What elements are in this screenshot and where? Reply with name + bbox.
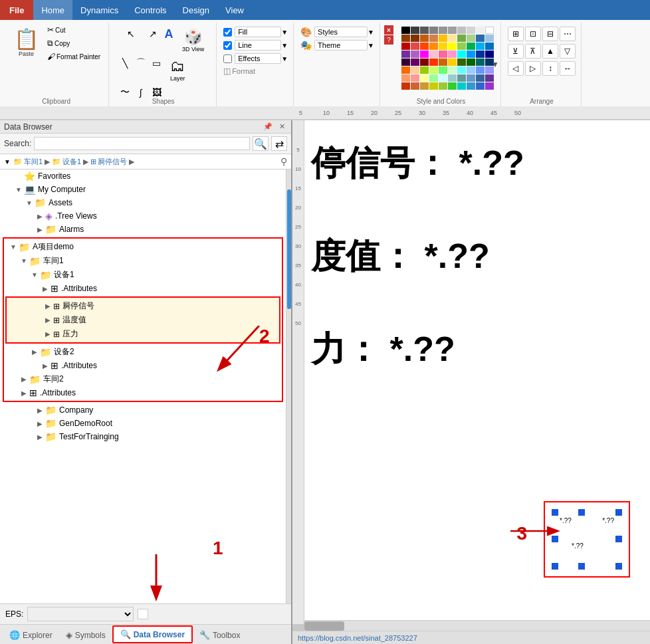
color-cell[interactable]	[448, 27, 457, 34]
arrange-btn-11[interactable]: ↕	[542, 61, 558, 76]
color-cell[interactable]	[439, 35, 447, 42]
search-button[interactable]: 🔍	[253, 136, 269, 151]
breadcrumb-item-1[interactable]: 📁 车间1	[13, 157, 43, 167]
color-cell[interactable]	[457, 43, 466, 50]
arrange-btn-5[interactable]: ⊻	[508, 44, 524, 58]
color-cell[interactable]	[476, 35, 485, 42]
arrange-btn-8[interactable]: ▽	[560, 44, 576, 58]
color-cell[interactable]	[476, 82, 485, 90]
temperature-node[interactable]: ▶ ⊞ 温度值	[8, 313, 278, 327]
color-cell[interactable]	[476, 58, 485, 66]
panel-pin-button[interactable]: 📌	[261, 122, 274, 132]
arc-tool[interactable]: ⌒	[134, 56, 148, 70]
color-cell[interactable]	[485, 51, 494, 58]
line-button[interactable]: Line	[235, 40, 281, 51]
color-cell[interactable]	[429, 74, 438, 82]
color-cell[interactable]	[429, 35, 438, 42]
text-tool[interactable]: A	[162, 27, 176, 41]
a-project-node[interactable]: ▼ 📁 A项目demo	[5, 240, 280, 254]
favorites-node[interactable]: ⭐ Favorites	[0, 169, 286, 183]
color-cell[interactable]	[420, 43, 429, 50]
color-cell[interactable]	[448, 35, 457, 42]
arrange-btn-9[interactable]: ◁	[508, 61, 524, 76]
color-cell[interactable]	[448, 58, 457, 66]
color-cell[interactable]	[485, 74, 494, 82]
color-cell[interactable]	[467, 66, 475, 74]
color-cell[interactable]	[429, 27, 438, 34]
search-input[interactable]	[34, 137, 250, 150]
test-training-node[interactable]: ▶ 📁 TestForTrainging	[0, 430, 286, 443]
color-cell[interactable]	[439, 82, 447, 90]
scrollbar-v[interactable]	[286, 169, 291, 603]
color-cell[interactable]	[420, 58, 429, 66]
pressure-node[interactable]: ▶ ⊞ 压力	[8, 327, 278, 341]
my-computer-node[interactable]: ▼ 💻 My Computer	[0, 183, 286, 196]
color-cell[interactable]	[429, 51, 438, 58]
copy-button[interactable]: ⧉Copy	[45, 37, 103, 49]
color-cell[interactable]	[476, 43, 485, 50]
arrange-btn-10[interactable]: ▷	[525, 61, 541, 76]
color-cell[interactable]	[420, 74, 429, 82]
color-cell[interactable]	[411, 27, 419, 34]
theme-button[interactable]: Theme	[314, 40, 368, 51]
color-cell[interactable]	[448, 43, 457, 50]
design-menu[interactable]: Design	[175, 0, 217, 20]
arrange-btn-7[interactable]: ▲	[542, 44, 558, 58]
search-switch-button[interactable]: ⇄	[271, 136, 287, 151]
styles-button[interactable]: Styles	[314, 27, 368, 37]
color-cell[interactable]	[476, 66, 485, 74]
color-cell[interactable]	[420, 27, 429, 34]
tab-symbols[interactable]: ◈ Symbols	[59, 626, 112, 643]
color-cell[interactable]	[476, 51, 485, 58]
line-shape-tool[interactable]: ╲	[118, 56, 132, 70]
color-cell[interactable]	[439, 74, 447, 82]
color-cell[interactable]	[457, 58, 466, 66]
color-cell[interactable]	[467, 35, 475, 42]
workshop1-node[interactable]: ▼ 📁 车间1	[5, 254, 280, 268]
color-cell[interactable]	[467, 51, 475, 58]
color-cell[interactable]	[439, 66, 447, 74]
color-cell[interactable]	[467, 43, 475, 50]
workshop2-node[interactable]: ▶ 📁 车间2	[5, 372, 280, 386]
attributes2-node[interactable]: ▶ ⊞ .Attributes	[5, 359, 280, 372]
eps-dropdown[interactable]	[27, 607, 134, 621]
color-cell[interactable]	[457, 51, 466, 58]
canvas-scroll-bottom[interactable]	[304, 620, 650, 631]
color-cell[interactable]	[411, 66, 419, 74]
color-cell[interactable]	[429, 43, 438, 50]
bc-expand-icon[interactable]: ▼	[4, 158, 11, 165]
scrollbar-thumb[interactable]	[287, 189, 291, 309]
arrange-btn-2[interactable]: ⊡	[525, 27, 541, 41]
effects-checkbox[interactable]	[223, 54, 232, 63]
fill-checkbox[interactable]	[223, 28, 232, 37]
color-cell[interactable]	[401, 74, 410, 82]
color-cell[interactable]	[457, 35, 466, 42]
color-cell[interactable]	[448, 51, 457, 58]
signal1-node[interactable]: ▶ ⊞ 屙停信号	[8, 299, 278, 313]
color-cell[interactable]	[467, 58, 475, 66]
file-menu[interactable]: File	[0, 0, 33, 20]
color-cell[interactable]	[467, 27, 475, 34]
controls-menu[interactable]: Controls	[126, 0, 174, 20]
color-cell[interactable]	[420, 82, 429, 90]
line-dropdown-arrow[interactable]: ▼	[281, 42, 288, 49]
arrange-btn-3[interactable]: ⊟	[542, 27, 558, 41]
color-cell[interactable]	[401, 43, 410, 50]
color-cell[interactable]	[485, 35, 494, 42]
layer-button[interactable]: 🗂 Layer	[165, 56, 190, 84]
styles-arrow[interactable]: ▼	[368, 29, 374, 36]
color-cell[interactable]	[485, 27, 494, 34]
gen-demo-node[interactable]: ▶ 📁 GenDemoRoot	[0, 417, 286, 430]
device1-node[interactable]: ▼ 📁 设备1	[5, 268, 280, 282]
line-checkbox[interactable]	[223, 41, 232, 50]
color-cell[interactable]	[401, 35, 410, 42]
tab-toolbox[interactable]: 🔧 Toolbox	[193, 626, 247, 643]
breadcrumb-item-3[interactable]: ⊞ 屙停信号	[90, 157, 127, 167]
color-cell[interactable]	[439, 27, 447, 34]
color-cell[interactable]	[420, 35, 429, 42]
color-cell[interactable]	[439, 43, 447, 50]
tab-data-browser[interactable]: 🔍 Data Browser	[112, 625, 193, 643]
color-cell[interactable]	[457, 66, 466, 74]
view-menu[interactable]: View	[217, 0, 252, 20]
color-cell[interactable]	[485, 43, 494, 50]
